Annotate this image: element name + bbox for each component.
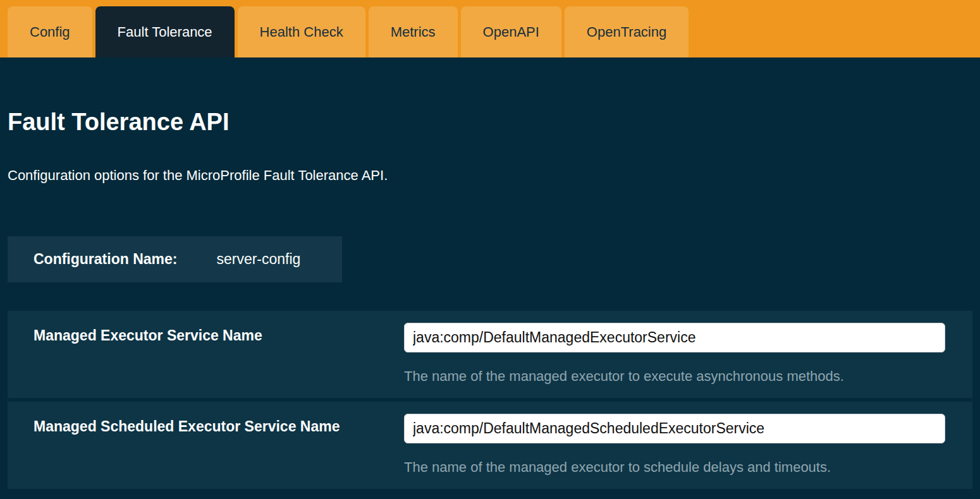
tab-openapi[interactable]: OpenAPI <box>461 6 561 57</box>
configuration-name-panel: Configuration Name: server-config <box>8 236 342 282</box>
managed-scheduled-executor-input[interactable] <box>404 414 945 443</box>
managed-executor-field: The name of the managed executor to exec… <box>404 323 945 398</box>
managed-scheduled-executor-help: The name of the managed executor to sche… <box>404 459 945 476</box>
tab-opentracing[interactable]: OpenTracing <box>565 6 689 57</box>
managed-executor-label: Managed Executor Service Name <box>34 323 404 398</box>
managed-executor-input[interactable] <box>404 323 945 352</box>
page-title: Fault Tolerance API <box>8 108 972 137</box>
main-content: Fault Tolerance API Configuration option… <box>0 57 980 489</box>
tab-config[interactable]: Config <box>8 6 92 57</box>
tab-health-check[interactable]: Health Check <box>238 6 365 57</box>
managed-scheduled-executor-label: Managed Scheduled Executor Service Name <box>34 414 404 489</box>
tab-bar: Config Fault Tolerance Health Check Metr… <box>0 0 980 57</box>
configuration-name-value: server-config <box>216 251 300 268</box>
tab-metrics[interactable]: Metrics <box>369 6 458 57</box>
page-subtitle: Configuration options for the MicroProfi… <box>8 167 972 184</box>
managed-scheduled-executor-row: Managed Scheduled Executor Service Name … <box>8 402 972 489</box>
managed-executor-help: The name of the managed executor to exec… <box>404 368 945 385</box>
fault-tolerance-form: Managed Executor Service Name The name o… <box>8 311 972 489</box>
managed-executor-row: Managed Executor Service Name The name o… <box>8 311 972 398</box>
configuration-name-label: Configuration Name: <box>34 251 177 268</box>
tab-fault-tolerance[interactable]: Fault Tolerance <box>95 6 235 57</box>
managed-scheduled-executor-field: The name of the managed executor to sche… <box>404 414 945 489</box>
